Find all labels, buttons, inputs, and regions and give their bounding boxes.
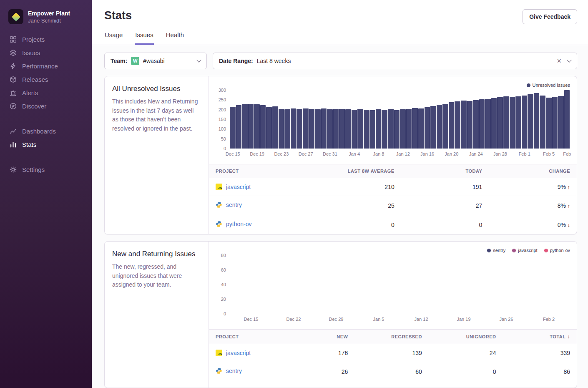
chart-bar[interactable] [400,109,406,149]
chart-bar[interactable] [333,109,339,149]
project-link[interactable]: sentry [226,202,242,208]
chart-bar[interactable] [236,105,242,149]
chart-bar[interactable] [309,109,315,149]
project-link[interactable]: sentry [226,368,242,374]
value-cell: 86 [503,362,577,381]
chart-body: 050100150200250300 [216,90,570,149]
chart-bar[interactable] [467,101,473,149]
chart-bar[interactable] [345,109,351,149]
chart-bar[interactable] [297,109,302,149]
chart-bar[interactable] [266,107,272,149]
chart-bar[interactable] [291,108,297,149]
sidebar-item-projects[interactable]: Projects [0,33,92,46]
chart-bar[interactable] [430,106,436,149]
chart-bar[interactable] [461,101,467,149]
chart-bar[interactable] [449,102,455,149]
project-link[interactable]: javascript [226,350,251,356]
chart-bar[interactable] [248,104,254,149]
chart-bar[interactable] [510,97,515,149]
chart-bar[interactable] [540,96,545,149]
chart-plot[interactable] [230,255,570,314]
sidebar-item-stats[interactable]: Stats [0,138,92,151]
chart-bar[interactable] [388,109,394,149]
chart-bar[interactable] [473,100,479,149]
tab-health[interactable]: Health [166,31,184,45]
column-header: NEW [281,330,355,344]
legend-item[interactable]: javascript [512,248,537,253]
chart-bar[interactable] [376,109,382,149]
chart-bar[interactable] [503,96,509,149]
chart-bar[interactable] [528,94,533,149]
tab-issues[interactable]: Issues [135,31,153,45]
chart-bar[interactable] [321,108,327,149]
give-feedback-button[interactable]: Give Feedback [523,9,577,24]
chart-bar[interactable] [479,99,485,149]
chart-bar[interactable] [552,97,558,149]
unresolved-issues-table: PROJECTLAST 8W AVERAGETODAYCHANGEJSjavas… [209,164,577,234]
chart-bar[interactable] [442,104,448,149]
chart-bar[interactable] [369,110,375,149]
chart-bar[interactable] [382,110,387,149]
sidebar-item-performance[interactable]: Performance [0,59,92,73]
chart-bar[interactable] [437,105,442,149]
column-header: PROJECT [209,330,281,344]
sidebar-item-dashboards[interactable]: Dashboards [0,124,92,138]
chart-bar[interactable] [522,96,528,149]
x-tick-label: Dec 31 [323,151,337,156]
chart-bar[interactable] [352,110,357,149]
chart-bar[interactable] [425,107,430,149]
legend-item[interactable]: python-ov [544,248,570,253]
chart-bar[interactable] [394,110,400,149]
chart-bar[interactable] [534,93,540,149]
sidebar-item-discover[interactable]: Discover [0,99,92,113]
org-switcher[interactable]: Empower Plant Jane Schmidt [0,7,92,33]
chart-bar[interactable] [558,96,564,149]
chart-bar[interactable] [497,97,503,149]
tab-usage[interactable]: Usage [104,31,123,45]
column-header[interactable]: TOTAL↓ [503,330,577,344]
chart-bar[interactable] [279,109,284,149]
project-link[interactable]: python-ov [226,221,251,227]
x-axis: Dec 15Dec 19Dec 23Dec 27Dec 31Jan 4Jan 8… [230,149,570,160]
legend-item[interactable]: Unresolved Issues [527,83,570,88]
content: Team: W #wasabi Date Range: Last 8 weeks… [92,45,588,388]
new-returning-issues-chart: sentryjavascriptpython-ov020406080Dec 15… [209,242,577,325]
chart-bar[interactable] [455,101,460,149]
date-range-select[interactable]: Date Range: Last 8 weeks × [213,53,577,69]
chart-bar[interactable] [327,109,333,149]
sidebar-item-releases[interactable]: Releases [0,73,92,86]
chart-bar[interactable] [272,106,278,149]
chart-body: 020406080 [216,255,570,314]
chart-bar[interactable] [515,96,521,149]
chart-bar[interactable] [339,109,345,149]
x-tick-label: Jan 20 [445,151,458,156]
chart-bar[interactable] [406,109,412,149]
chart-bar[interactable] [260,105,266,149]
chart-bar[interactable] [242,104,248,149]
sidebar-item-settings[interactable]: Settings [0,163,92,176]
sidebar-item-alerts[interactable]: Alerts [0,86,92,99]
chart-bar[interactable] [546,98,552,149]
project-link[interactable]: javascript [226,184,251,190]
chevron-down-icon[interactable] [567,58,571,62]
chart-bar[interactable] [412,108,418,149]
card-description-panel: New and Returning Issues The new, regres… [105,242,209,388]
chart-bar[interactable] [284,109,290,149]
chevron-down-icon[interactable] [196,58,201,62]
chart-bar[interactable] [564,90,570,149]
legend-item[interactable]: sentry [487,248,505,253]
team-select[interactable]: Team: W #wasabi [104,53,207,69]
chart-bar[interactable] [303,108,309,149]
chart-bar[interactable] [485,99,491,149]
chart-bar[interactable] [364,110,369,149]
sidebar-item-issues[interactable]: Issues [0,46,92,59]
clear-icon[interactable]: × [557,57,561,65]
chart-bar[interactable] [254,104,260,149]
chart-bar[interactable] [418,108,424,149]
sort-desc-icon: ↓ [568,334,570,340]
chart-plot[interactable] [230,90,570,149]
chart-bar[interactable] [230,107,236,149]
chart-bar[interactable] [315,109,321,149]
chart-bar[interactable] [357,109,363,149]
chart-bar[interactable] [491,98,497,149]
